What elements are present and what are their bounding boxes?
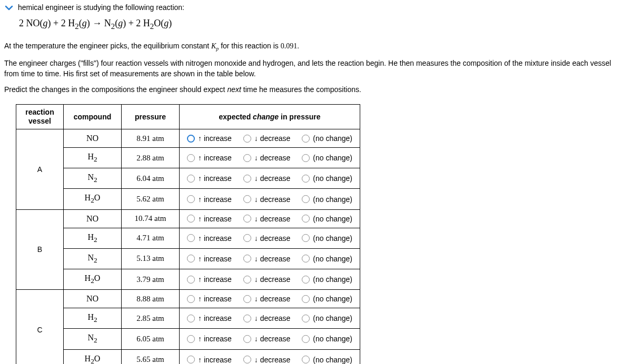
radio-icon[interactable] <box>302 295 310 303</box>
choice-nochange[interactable]: (no change) <box>302 234 352 242</box>
radio-icon[interactable] <box>187 255 195 262</box>
radio-icon[interactable] <box>187 234 195 242</box>
radio-icon[interactable] <box>243 276 251 284</box>
radio-icon[interactable] <box>243 255 251 262</box>
choice-decrease[interactable]: ↓ decrease <box>243 215 290 223</box>
choice-increase[interactable]: ↑ increase <box>187 234 232 242</box>
pressure-cell: 5.65 atm <box>122 349 180 364</box>
choice-nochange[interactable]: (no change) <box>302 356 352 364</box>
choice-nochange[interactable]: (no change) <box>302 195 352 204</box>
compound-cell: N2 <box>64 248 122 269</box>
pressure-cell: 2.88 atm <box>122 148 180 168</box>
choice-nochange[interactable]: (no change) <box>302 295 352 303</box>
choice-label: ↓ decrease <box>254 255 290 263</box>
choice-increase[interactable]: ↑ increase <box>187 215 232 223</box>
radio-icon[interactable] <box>187 135 195 143</box>
choice-decrease[interactable]: ↓ decrease <box>243 234 290 242</box>
choice-nochange[interactable]: (no change) <box>302 275 352 284</box>
radio-icon[interactable] <box>243 234 251 242</box>
radio-icon[interactable] <box>187 315 195 322</box>
choice-nochange[interactable]: (no change) <box>302 134 352 143</box>
choice-nochange[interactable]: (no change) <box>302 174 352 183</box>
radio-icon[interactable] <box>243 175 251 183</box>
radio-icon[interactable] <box>302 175 310 183</box>
choice-label: (no change) <box>313 356 352 364</box>
choice-decrease[interactable]: ↓ decrease <box>243 195 290 204</box>
pressure-cell: 3.79 atm <box>122 269 180 290</box>
choice-increase[interactable]: ↑ increase <box>187 255 232 263</box>
choice-increase[interactable]: ↑ increase <box>187 134 232 143</box>
choice-nochange[interactable]: (no change) <box>302 335 352 343</box>
radio-icon[interactable] <box>243 335 251 343</box>
choice-label: ↑ increase <box>198 275 232 284</box>
radio-icon[interactable] <box>243 154 251 162</box>
measurements-table: reaction vessel compound pressure expect… <box>16 104 360 364</box>
choices-cell: ↑ increase↓ decrease(no change) <box>180 189 360 209</box>
radio-icon[interactable] <box>187 356 195 363</box>
radio-icon[interactable] <box>302 195 310 203</box>
radio-icon[interactable] <box>243 135 251 143</box>
radio-icon[interactable] <box>302 215 310 223</box>
radio-icon[interactable] <box>187 154 195 162</box>
choice-increase[interactable]: ↑ increase <box>187 314 232 322</box>
choice-decrease[interactable]: ↓ decrease <box>243 255 290 263</box>
choice-label: (no change) <box>313 255 352 263</box>
radio-icon[interactable] <box>302 234 310 242</box>
choice-decrease[interactable]: ↓ decrease <box>243 154 290 162</box>
predict-pre: Predict the changes in the compositions … <box>4 85 227 94</box>
choice-label: ↓ decrease <box>254 314 290 322</box>
compound-cell: NO <box>64 290 122 308</box>
table-row: CNO8.88 atm↑ increase↓ decrease(no chang… <box>16 290 360 308</box>
choice-nochange[interactable]: (no change) <box>302 215 352 223</box>
choice-decrease[interactable]: ↓ decrease <box>243 295 290 303</box>
radio-icon[interactable] <box>187 175 195 183</box>
choice-nochange[interactable]: (no change) <box>302 255 352 263</box>
radio-icon[interactable] <box>187 276 195 284</box>
choice-label: ↑ increase <box>198 195 232 204</box>
choice-increase[interactable]: ↑ increase <box>187 154 232 162</box>
radio-icon[interactable] <box>302 315 310 322</box>
radio-icon[interactable] <box>302 356 310 363</box>
choice-increase[interactable]: ↑ increase <box>187 335 232 343</box>
vessel-label: B <box>16 209 64 290</box>
radio-icon[interactable] <box>302 154 310 162</box>
radio-icon[interactable] <box>243 295 251 303</box>
radio-icon[interactable] <box>187 335 195 343</box>
radio-icon[interactable] <box>187 195 195 203</box>
choices-cell: ↑ increase↓ decrease(no change) <box>180 349 360 364</box>
radio-icon[interactable] <box>243 195 251 203</box>
choice-increase[interactable]: ↑ increase <box>187 275 232 284</box>
radio-icon[interactable] <box>243 356 251 363</box>
radio-icon[interactable] <box>302 255 310 262</box>
choice-increase[interactable]: ↑ increase <box>187 295 232 303</box>
radio-icon[interactable] <box>302 276 310 284</box>
choice-label: (no change) <box>313 134 352 143</box>
radio-icon[interactable] <box>187 295 195 303</box>
choice-decrease[interactable]: ↓ decrease <box>243 275 290 284</box>
choice-label: (no change) <box>313 314 352 322</box>
radio-icon[interactable] <box>302 335 310 343</box>
choice-increase[interactable]: ↑ increase <box>187 195 232 204</box>
choice-label: ↑ increase <box>198 356 232 364</box>
radio-icon[interactable] <box>187 215 195 223</box>
choice-label: ↑ increase <box>198 174 232 183</box>
choice-decrease[interactable]: ↓ decrease <box>243 335 290 343</box>
choice-label: ↑ increase <box>198 134 232 143</box>
choice-nochange[interactable]: (no change) <box>302 314 352 322</box>
collapse-chevron-icon[interactable] <box>4 3 14 13</box>
choice-decrease[interactable]: ↓ decrease <box>243 174 290 183</box>
choice-increase[interactable]: ↑ increase <box>187 174 232 183</box>
choice-label: ↓ decrease <box>254 356 290 364</box>
compound-cell: N2 <box>64 329 122 349</box>
choice-increase[interactable]: ↑ increase <box>187 356 232 364</box>
choice-nochange[interactable]: (no change) <box>302 154 352 162</box>
choice-label: (no change) <box>313 335 352 343</box>
radio-icon[interactable] <box>243 315 251 322</box>
choice-decrease[interactable]: ↓ decrease <box>243 356 290 364</box>
choice-decrease[interactable]: ↓ decrease <box>243 134 290 143</box>
radio-icon[interactable] <box>243 215 251 223</box>
choice-label: ↑ increase <box>198 234 232 242</box>
choice-label: ↑ increase <box>198 314 232 322</box>
radio-icon[interactable] <box>302 135 310 143</box>
choice-decrease[interactable]: ↓ decrease <box>243 314 290 322</box>
